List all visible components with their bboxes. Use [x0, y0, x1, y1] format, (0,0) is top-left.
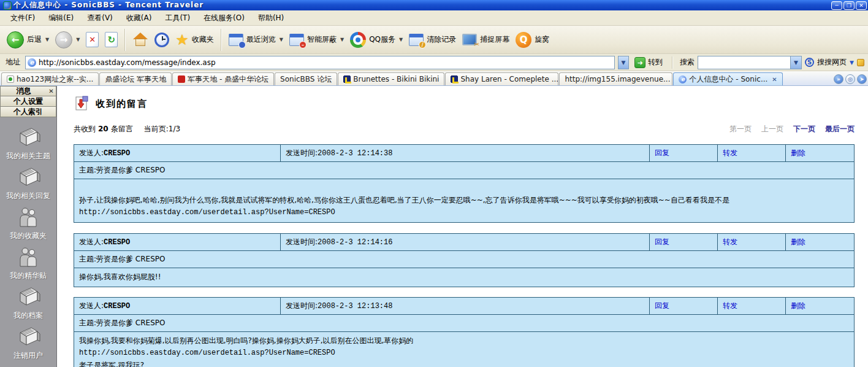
message-body: 我操你妈,我要和你妈菊爆,以后别再公图出现,明白吗?操你妈,操你妈大奶子,以后别…	[74, 332, 854, 367]
go-button[interactable]: ➜ 转到	[632, 57, 665, 68]
message-table: 发送人:CRESPO 发送时间:2008-2-3 12:14:38 回复 转发 …	[74, 144, 855, 223]
qq-icon	[350, 32, 366, 48]
time-label: 发送时间:	[286, 149, 318, 157]
sidebar-close-icon[interactable]: ✕	[47, 88, 56, 95]
reply-link[interactable]: 回复	[655, 149, 669, 157]
people-icon	[17, 245, 39, 269]
smart-block-button[interactable]: – 智能屏蔽 ▼	[286, 31, 347, 48]
time-value: 2008-2-3 12:14:38	[318, 149, 392, 158]
sidebar-item-my-favorites[interactable]: 我的收藏夹	[10, 206, 47, 241]
sender-value: CRESPO	[104, 238, 130, 247]
minimize-button[interactable]: ─	[831, 1, 842, 10]
tab-pin-icon[interactable]: ➤	[857, 74, 867, 84]
tab-personal-info-center[interactable]: e 个人信息中心 - Sonic... ✕	[673, 72, 782, 85]
favorites-label: 收藏夹	[192, 34, 214, 45]
tab-sonicbbs-forum[interactable]: SonicBBS 论坛	[275, 72, 337, 85]
soso-dropdown-icon[interactable]: ▼	[850, 60, 854, 66]
sidebar-item-label: 我的精华贴	[10, 271, 47, 281]
qq-dropdown-icon[interactable]: ▼	[399, 37, 403, 42]
tab-shay-laren[interactable]: Shay Laren - Comeplete ...	[445, 72, 558, 85]
tab-close-icon[interactable]: ✕	[772, 76, 777, 83]
smart-block-dropdown-icon[interactable]: ▼	[340, 37, 344, 42]
sidebar-button-personal-settings[interactable]: 个人设置	[0, 96, 56, 107]
tab-hao123[interactable]: hao123网址之家--实...	[1, 72, 99, 85]
tab-overflow-icon[interactable]: »	[834, 74, 843, 84]
search-dropdown-icon[interactable]: ▼	[790, 56, 801, 69]
sidebar-item-my-topics[interactable]: 我的相关主题	[6, 126, 50, 161]
back-dropdown-icon[interactable]: ▼	[45, 37, 49, 42]
refresh-icon: ↻	[105, 32, 118, 47]
capture-screen-button[interactable]: ✂ 捕捉屏幕	[459, 31, 512, 48]
recent-browse-button[interactable]: 最近浏览 ▼	[226, 31, 286, 48]
search-label: 搜索	[680, 57, 695, 68]
tab-imagevenue[interactable]: http://img155.imagevenue...	[559, 72, 672, 85]
history-button[interactable]	[151, 30, 172, 50]
tab-brunettes[interactable]: Brunettes - Bikini Bikini	[338, 72, 444, 85]
message-line: 操你妈,我喜欢你妈屁股!!	[79, 271, 849, 283]
menu-favorites[interactable]: 收藏(A)	[120, 10, 159, 26]
qq-service-button[interactable]: QQ服务 ▼	[347, 29, 406, 50]
reply-link[interactable]: 回复	[655, 301, 669, 310]
time-label: 发送时间:	[286, 301, 318, 310]
sidebar-item-label: 我的相关主题	[6, 151, 50, 161]
message-table: 发送人:CRESPO 发送时间:2008-2-3 12:14:16 回复 转发 …	[74, 233, 855, 287]
window-titlebar: 个人信息中心 - SonicBBS - Tencent Traveler ─ ❐…	[0, 0, 868, 10]
subject-value: 劳资是你爹 CRESPO	[96, 166, 165, 174]
restore-button[interactable]: ❐	[843, 1, 855, 10]
clear-history-button[interactable]: / 清除记录	[406, 31, 459, 48]
qq-service-label: QQ服务	[369, 34, 395, 45]
home-button[interactable]	[129, 30, 151, 50]
forward-button[interactable]: → ▼	[52, 29, 83, 51]
address-input[interactable]: e http://sonicbbs.eastday.com/message/in…	[25, 56, 615, 69]
address-dropdown-icon[interactable]: ▼	[618, 56, 629, 69]
pagination-next[interactable]: 下一页	[793, 124, 815, 134]
refresh-button[interactable]: ↻	[102, 29, 121, 50]
forward-dropdown-icon[interactable]: ▼	[76, 37, 80, 42]
forward-link[interactable]: 转发	[723, 149, 737, 157]
recent-browse-label: 最近浏览	[246, 34, 276, 45]
menu-bar: 文件(F) 编辑(E) 查看(V) 收藏(A) 工具(T) 在线服务(O) 帮助…	[0, 10, 868, 26]
tab-dingsheng-forum[interactable]: 鼎盛论坛 军事天地	[99, 72, 172, 85]
forward-link[interactable]: 转发	[723, 238, 737, 246]
message-body: 操你妈,我喜欢你妈屁股!!	[74, 268, 854, 287]
recent-dropdown-icon[interactable]: ▼	[280, 37, 283, 42]
time-value: 2008-2-3 12:13:48	[318, 302, 392, 311]
sidebar-item-logout[interactable]: 注销用户	[13, 325, 43, 361]
menu-tools[interactable]: 工具(T)	[158, 10, 197, 26]
delete-link[interactable]: 删除	[791, 149, 805, 157]
pagination-last[interactable]: 最后一页	[825, 124, 855, 134]
menu-view[interactable]: 查看(V)	[80, 10, 120, 26]
pagination-prev: 上一页	[761, 124, 783, 134]
subject-label: 主题:	[79, 166, 96, 174]
message-line: 老子是将军,跟我玩?	[79, 359, 849, 367]
back-button[interactable]: ← 后退 ▼	[4, 29, 52, 51]
sidebar-item-my-replies[interactable]: 我的相关回复	[6, 166, 50, 201]
search-input[interactable]: ▼	[698, 56, 802, 69]
menu-online-services[interactable]: 在线服务(O)	[197, 10, 251, 26]
received-messages-icon	[74, 96, 88, 112]
home-icon	[132, 33, 148, 47]
reply-link[interactable]: 回复	[655, 238, 669, 246]
forward-link[interactable]: 转发	[723, 301, 737, 310]
sidebar-button-personal-index[interactable]: 个人索引	[0, 107, 56, 117]
soso-search-button[interactable]: 搜搜网页	[817, 57, 847, 68]
close-button[interactable]: ✕	[856, 1, 867, 10]
delete-link[interactable]: 删除	[791, 238, 805, 246]
delete-link[interactable]: 删除	[791, 301, 805, 310]
stop-button[interactable]: ✕	[83, 29, 102, 50]
menu-help[interactable]: 帮助(H)	[251, 10, 291, 26]
sidebar-item-my-digest-posts[interactable]: 我的精华贴	[10, 245, 47, 281]
favorites-button[interactable]: ★ 收藏夹	[172, 31, 217, 49]
folder-icon	[15, 126, 41, 149]
sidebar-item-my-archive[interactable]: 我的档案	[13, 285, 43, 321]
subject-value: 劳资是你爹 CRESPO	[96, 255, 165, 263]
subject-label: 主题:	[79, 255, 96, 263]
tab-military-world[interactable]: 军事天地 - 鼎盛中华论坛	[172, 72, 274, 85]
url-text[interactable]: http://sonicbbs.eastday.com/message/inde…	[39, 58, 216, 67]
tab-label: 军事天地 - 鼎盛中华论坛	[188, 74, 268, 85]
tab-list-icon[interactable]: ◎	[845, 74, 855, 84]
time-label: 发送时间:	[286, 238, 318, 246]
menu-file[interactable]: 文件(F)	[4, 10, 42, 26]
xuanwo-button[interactable]: Q 旋窝	[512, 29, 552, 50]
menu-edit[interactable]: 编辑(E)	[42, 10, 80, 26]
